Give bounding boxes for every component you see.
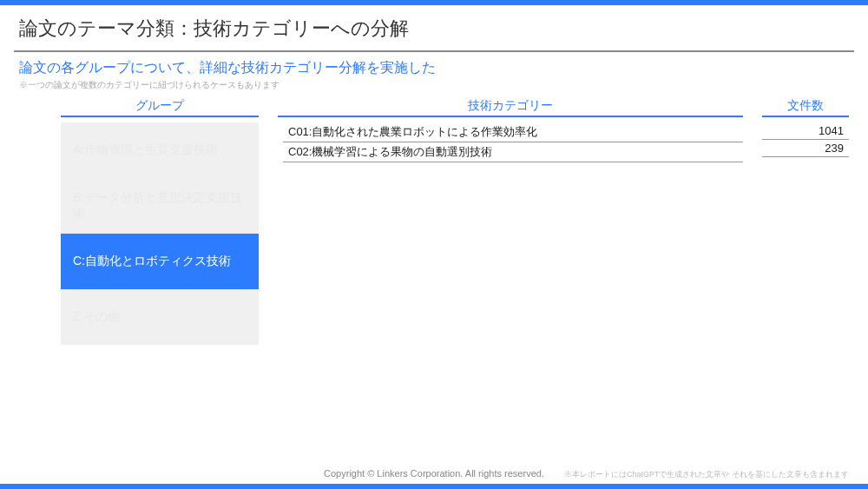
- tab-label: C:自動化とロボティクス技術: [73, 254, 231, 269]
- tab-label: A:作物管理と生育支援技術: [73, 142, 218, 158]
- footer: Copyright © Linkers Corporation. All rig…: [0, 468, 868, 489]
- content-area: A:作物管理と生育支援技術 B:データ分析と意思決定支援技術 C:自動化とロボテ…: [0, 122, 868, 345]
- tab-group-b[interactable]: B:データ分析と意思決定支援技術: [61, 178, 259, 234]
- note-text: ※一つの論文が複数のカテゴリーに紐づけられるケースもあります: [0, 79, 868, 98]
- table-row: C01:自動化された農業ロボットによる作業効率化 C02:機械学習による果物の自…: [283, 122, 849, 162]
- header-count: 文件数: [762, 98, 849, 117]
- title-underline: [14, 50, 854, 52]
- category-cell: C01:自動化された農業ロボットによる作業効率化: [283, 122, 743, 142]
- count-cell: 239: [762, 140, 849, 157]
- tab-group-z[interactable]: Z:その他: [61, 289, 259, 345]
- tab-group-a[interactable]: A:作物管理と生育支援技術: [61, 122, 259, 178]
- header-group: グループ: [61, 98, 259, 117]
- header-category: 技術カテゴリー: [278, 98, 743, 117]
- category-cell: C02:機械学習による果物の自動選別技術: [283, 142, 743, 162]
- disclaimer: ※本レポートにはChatGPTで生成された文章や それを基にした文章も含まれます: [564, 469, 849, 480]
- main-table: C01:自動化された農業ロボットによる作業効率化 C02:機械学習による果物の自…: [283, 122, 849, 345]
- column-headers: グループ 技術カテゴリー 文件数: [0, 98, 868, 117]
- subtitle: 論文の各グループについて、詳細な技術カテゴリー分解を実施した: [0, 59, 868, 79]
- group-sidebar: A:作物管理と生育支援技術 B:データ分析と意思決定支援技術 C:自動化とロボテ…: [61, 122, 259, 345]
- count-cell: 1041: [762, 122, 849, 140]
- tab-group-c[interactable]: C:自動化とロボティクス技術: [61, 234, 259, 289]
- tab-label: B:データ分析と意思決定支援技術: [73, 190, 247, 221]
- tab-label: Z:その他: [73, 309, 120, 325]
- bottom-accent-bar: [0, 484, 868, 489]
- page-title: 論文のテーマ分類：技術カテゴリーへの分解: [0, 5, 868, 50]
